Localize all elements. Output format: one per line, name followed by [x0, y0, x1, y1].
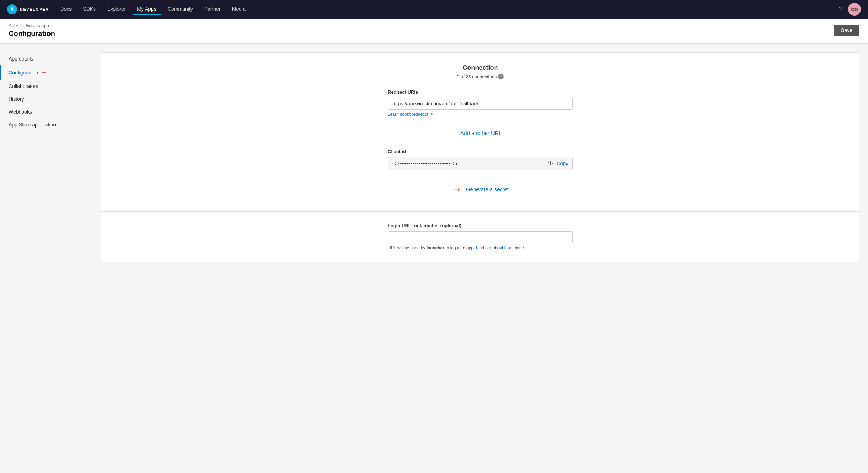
logo[interactable]: X DEVELOPER: [7, 4, 49, 14]
top-nav: X DEVELOPER Docs SDKs Explorer My Apps C…: [0, 0, 868, 19]
connection-card: Connection 0 of 25 connections i Redirec…: [101, 52, 859, 212]
developer-label: DEVELOPER: [20, 7, 49, 11]
page-header: Apps > Wiresk app Configuration Save: [0, 19, 868, 44]
login-url-section: Login URL for launcher (optional) URL wi…: [388, 223, 573, 250]
redirect-uris-section: Redirect URIs Learn about redirects ↗: [388, 89, 573, 117]
client-id-section: Client id CB••••••••••••••••••••••••C5 👁…: [388, 149, 573, 170]
sidebar-item-app-details[interactable]: App details: [0, 52, 93, 65]
page-title: Configuration: [9, 30, 55, 38]
breadcrumb: Apps > Wiresk app: [9, 23, 55, 28]
generate-secret-button[interactable]: Generate a secret: [466, 186, 509, 192]
main-layout: App details Configuration ← Collaborator…: [0, 44, 868, 473]
launcher-external-icon: ↗: [522, 246, 525, 250]
nav-sdks[interactable]: SDKs: [79, 4, 100, 15]
nav-docs[interactable]: Docs: [56, 4, 76, 15]
sidebar-item-configuration[interactable]: Configuration ←: [0, 65, 93, 80]
learn-redirects-text: Learn about redirects: [388, 112, 428, 117]
client-id-value: CB••••••••••••••••••••••••C5: [392, 161, 545, 166]
breadcrumb-separator: >: [21, 23, 24, 28]
find-out-launcher-link[interactable]: Find out about launcher ↗: [476, 245, 525, 250]
avatar[interactable]: CO: [848, 3, 861, 16]
active-arrow-icon: ←: [41, 69, 47, 76]
login-url-input[interactable]: [388, 231, 573, 243]
help-icon[interactable]: ?: [839, 6, 842, 13]
find-out-text: Find out about launcher: [476, 245, 521, 250]
breadcrumb-apps-link[interactable]: Apps: [9, 23, 19, 28]
helper-text-middle: to log in to app.: [444, 245, 476, 250]
arrow-right-icon: →: [452, 184, 462, 194]
header-left: Apps > Wiresk app Configuration: [9, 23, 55, 38]
connections-count: 0 of 25 connections: [457, 74, 497, 79]
connection-title: Connection: [116, 64, 845, 72]
sidebar-item-app-store[interactable]: App Store application: [0, 118, 93, 131]
sidebar: App details Configuration ← Collaborator…: [0, 44, 93, 473]
eye-icon[interactable]: 👁: [548, 160, 554, 167]
sidebar-item-webhooks[interactable]: Webhooks: [0, 105, 93, 118]
login-url-card: Login URL for launcher (optional) URL wi…: [101, 212, 859, 262]
redirect-uri-input[interactable]: [388, 98, 573, 110]
client-id-field: CB••••••••••••••••••••••••C5 👁 Copy: [388, 157, 573, 170]
nav-right-area: ? CO: [839, 3, 861, 16]
redirect-uris-label: Redirect URIs: [388, 89, 573, 95]
add-uri-button[interactable]: Add another URI: [116, 126, 845, 140]
nav-media[interactable]: Media: [228, 4, 250, 15]
content-area: Connection 0 of 25 connections i Redirec…: [93, 44, 868, 473]
breadcrumb-current: Wiresk app: [26, 23, 49, 28]
external-link-icon: ↗: [429, 112, 433, 117]
generate-secret-container: → Generate a secret: [116, 178, 845, 200]
sidebar-item-history[interactable]: History: [0, 93, 93, 105]
nav-explorer[interactable]: Explorer: [103, 4, 130, 15]
connection-subtitle: 0 of 25 connections i: [116, 74, 845, 79]
xero-logo-icon: X: [7, 4, 17, 14]
nav-my-apps[interactable]: My Apps: [133, 4, 161, 15]
sidebar-item-collaborators[interactable]: Collaborators: [0, 80, 93, 93]
nav-partner[interactable]: Partner: [200, 4, 225, 15]
info-icon[interactable]: i: [498, 74, 504, 79]
helper-text-prefix: URL will be used by: [388, 245, 427, 250]
client-id-label: Client id: [388, 149, 573, 154]
login-url-label: Login URL for launcher (optional): [388, 223, 573, 228]
helper-bold: launcher: [427, 245, 444, 250]
learn-redirects-link[interactable]: Learn about redirects ↗: [388, 112, 433, 117]
login-url-helper: URL will be used by launcher to log in t…: [388, 245, 573, 250]
nav-community[interactable]: Community: [163, 4, 197, 15]
copy-button[interactable]: Copy: [556, 161, 568, 166]
save-button[interactable]: Save: [834, 25, 859, 36]
